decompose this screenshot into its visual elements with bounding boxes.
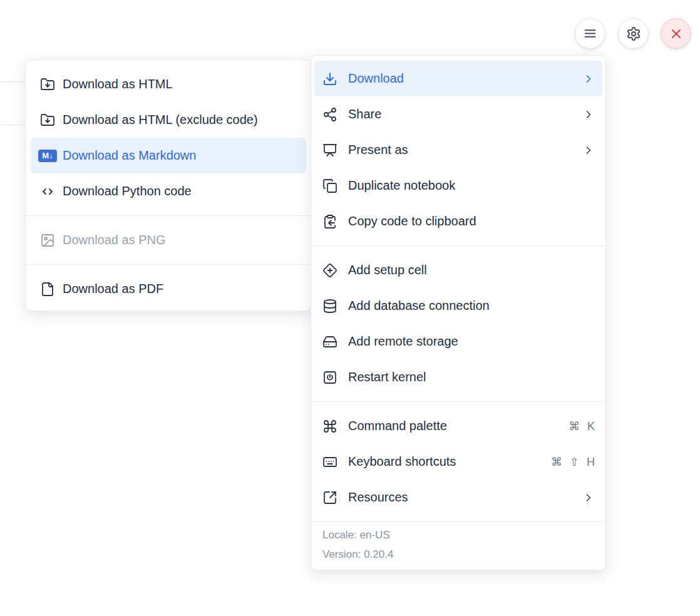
settings-button[interactable] (618, 18, 649, 49)
menu-item-label: Add database connection (348, 299, 595, 313)
menu-item-copy-code[interactable]: Copy code to clipboard (314, 203, 602, 239)
shortcut-label: ⌘ ⇧ H (551, 455, 595, 469)
menu-item-label: Share (348, 107, 582, 121)
notebook-menu-panel: Download Share Present as (311, 55, 606, 570)
submenu-item-label: Download as HTML (exclude code) (63, 113, 299, 127)
diamond-plus-icon (322, 262, 338, 279)
menu-item-label: Resources (348, 490, 582, 505)
markdown-icon: M↓ (38, 148, 57, 164)
submenu-item-download-html-exclude-code[interactable]: Download as HTML (exclude code) (31, 102, 306, 138)
chevron-right-icon (582, 491, 595, 504)
submenu-item-download-markdown[interactable]: M↓ Download as Markdown (31, 138, 306, 173)
folder-download-icon (38, 112, 57, 128)
image-icon (38, 232, 57, 249)
external-link-icon (322, 490, 338, 506)
menu-divider (311, 245, 605, 246)
submenu-item-download-python[interactable]: Download Python code (31, 173, 306, 209)
gear-icon (626, 26, 641, 41)
hard-drive-icon (322, 334, 338, 350)
hamburger-icon (582, 26, 598, 41)
menu-item-label: Copy code to clipboard (348, 214, 595, 228)
clipboard-copy-icon (322, 213, 338, 230)
presentation-icon (322, 142, 338, 158)
submenu-item-label: Download as HTML (63, 77, 299, 91)
menu-item-label: Keyboard shortcuts (348, 454, 551, 469)
menu-item-add-database-connection[interactable]: Add database connection (314, 288, 602, 324)
menu-item-resources[interactable]: Resources (314, 480, 602, 515)
menu-item-share[interactable]: Share (314, 96, 602, 132)
menu-item-download[interactable]: Download (314, 61, 602, 96)
chevron-right-icon (582, 73, 595, 85)
menu-item-label: Add setup cell (348, 263, 595, 277)
menu-item-present-as[interactable]: Present as (314, 132, 602, 168)
version-text: Version: 0.20.4 (322, 547, 594, 562)
submenu-item-label: Download Python code (63, 184, 299, 198)
menu-item-label: Command palette (348, 419, 569, 433)
page-underlay-line (0, 81, 24, 82)
submenu-item-download-png[interactable]: Download as PNG (31, 222, 306, 258)
copy-icon (322, 178, 338, 194)
close-button[interactable] (661, 18, 691, 49)
markdown-badge-glyph: M↓ (42, 151, 53, 160)
menu-item-command-palette[interactable]: Command palette ⌘ K (314, 408, 602, 444)
menu-item-restart-kernel[interactable]: Restart kernel (314, 359, 602, 395)
menu-item-label: Duplicate notebook (348, 178, 595, 193)
menu-footer: Locale: en-US Version: 0.20.4 (311, 521, 605, 570)
locale-text: Locale: en-US (322, 527, 594, 543)
page-underlay-line (0, 125, 24, 125)
submenu-item-label: Download as Markdown (63, 148, 299, 163)
menu-button[interactable] (575, 18, 605, 49)
submenu-item-label: Download as PNG (63, 233, 299, 247)
file-icon (38, 281, 57, 297)
chevron-right-icon (582, 144, 595, 157)
keyboard-icon (322, 454, 338, 470)
menu-item-label: Download (348, 71, 582, 86)
menu-item-add-setup-cell[interactable]: Add setup cell (314, 252, 602, 288)
app-canvas: Download as HTML Download as HTML (exclu… (0, 0, 700, 616)
command-icon (322, 418, 338, 434)
menu-item-label: Present as (348, 143, 582, 157)
menu-divider (26, 215, 311, 216)
menu-divider (311, 401, 605, 402)
menu-item-duplicate-notebook[interactable]: Duplicate notebook (314, 168, 602, 203)
shortcut-label: ⌘ K (569, 419, 595, 433)
submenu-item-download-html[interactable]: Download as HTML (31, 66, 306, 102)
power-icon (322, 369, 338, 386)
menu-item-label: Restart kernel (348, 370, 595, 384)
close-icon (669, 26, 684, 41)
menu-item-keyboard-shortcuts[interactable]: Keyboard shortcuts ⌘ ⇧ H (314, 444, 602, 480)
folder-download-icon (38, 76, 57, 93)
submenu-item-label: Download as PDF (63, 282, 299, 296)
menu-divider (26, 264, 311, 265)
menu-item-add-remote-storage[interactable]: Add remote storage (314, 324, 602, 359)
menu-item-label: Add remote storage (348, 334, 595, 349)
download-icon (322, 71, 338, 87)
download-submenu-panel: Download as HTML Download as HTML (exclu… (25, 59, 312, 311)
share-icon (322, 106, 338, 123)
code-icon (38, 183, 57, 200)
chevron-right-icon (582, 108, 595, 121)
submenu-item-download-pdf[interactable]: Download as PDF (31, 271, 306, 307)
database-icon (322, 298, 338, 314)
